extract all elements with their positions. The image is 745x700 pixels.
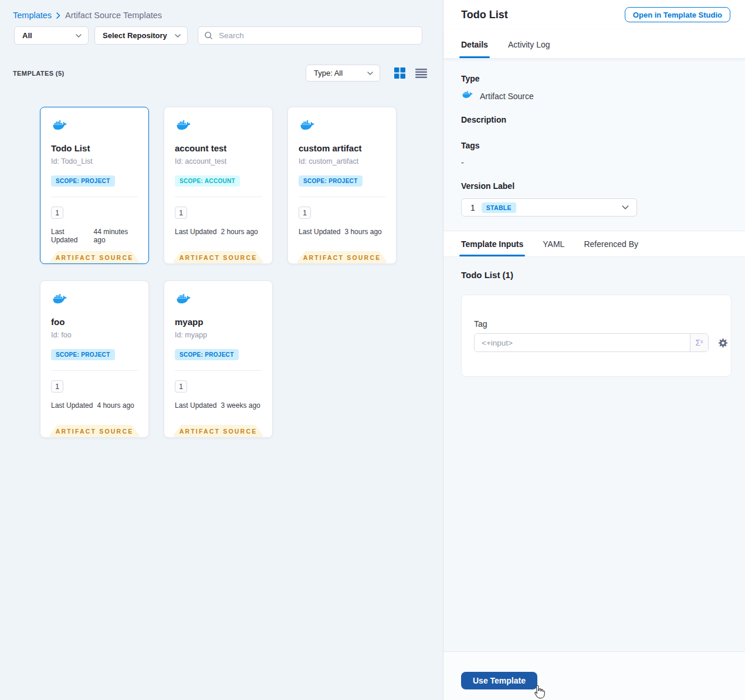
template-cards-grid: Todo List Id: Todo_List SCOPE: PROJECT 1… (40, 107, 399, 438)
card-title: Todo List (51, 143, 138, 153)
sigma-icon: Σ (696, 338, 701, 347)
details-section: Type Artifact Source Description Tags - … (443, 59, 745, 231)
template-card-todo-list[interactable]: Todo List Id: Todo_List SCOPE: PROJECT 1… (40, 107, 149, 264)
card-title: myapp (175, 317, 262, 327)
artifact-source-ribbon: ARTIFACT SOURCE (172, 251, 265, 263)
last-updated: Last Updated2 hours ago (175, 228, 262, 236)
tab-referenced-by[interactable]: Referenced By (584, 239, 638, 256)
template-details-panel: Todo List Open in Template Studio Detail… (443, 0, 745, 700)
docker-icon (461, 91, 474, 101)
tab-yaml[interactable]: YAML (543, 239, 564, 256)
template-card-account-test[interactable]: account test Id: account_test SCOPE: ACC… (164, 107, 273, 264)
scope-badge: SCOPE: PROJECT (51, 349, 115, 360)
type-label: Type (461, 74, 727, 83)
version-count-box: 1 (51, 207, 63, 219)
version-label: Version Label (461, 181, 727, 191)
card-id: Id: Todo_List (51, 157, 138, 165)
docker-icon (51, 294, 69, 307)
panel-title: Todo List (461, 9, 508, 21)
breadcrumb-templates-link[interactable]: Templates (13, 11, 52, 20)
template-card-custom-artifact[interactable]: custom artifact Id: custom_artifact SCOP… (287, 107, 397, 264)
artifact-source-ribbon: ARTIFACT SOURCE (48, 425, 141, 437)
stable-badge: STABLE (482, 202, 516, 213)
docker-icon (175, 120, 192, 134)
type-filter-select[interactable]: Type: All (306, 65, 380, 82)
card-id: Id: account_test (175, 157, 262, 165)
chevron-down-icon (175, 34, 181, 38)
grid-view-button[interactable] (393, 66, 407, 80)
card-divider (175, 370, 262, 371)
breadcrumb: Templates Artifact Source Templates (0, 0, 443, 20)
description-label: Description (461, 115, 727, 124)
last-updated: Last Updated3 hours ago (299, 228, 385, 236)
inputs-heading: Todo List (1) (461, 270, 731, 280)
last-updated: Last Updated4 hours ago (51, 401, 138, 410)
card-title: custom artifact (299, 143, 385, 153)
docker-icon (299, 120, 316, 134)
scope-badge: SCOPE: PROJECT (299, 175, 363, 187)
inner-tabs: Template Inputs YAML Referenced By (443, 231, 745, 257)
list-view-icon (415, 69, 427, 78)
repository-filter-select[interactable]: Select Repository (94, 26, 188, 45)
open-in-template-studio-button[interactable]: Open in Template Studio (625, 7, 730, 22)
version-value: 1 (470, 203, 475, 212)
type-filter-value: Type: All (314, 69, 343, 77)
panel-header: Todo List Open in Template Studio (443, 0, 745, 29)
last-updated: Last Updated3 weeks ago (175, 401, 262, 410)
tab-template-inputs[interactable]: Template Inputs (461, 239, 523, 256)
version-count-box: 1 (175, 380, 187, 393)
type-value: Artifact Source (480, 92, 534, 101)
card-divider (175, 197, 262, 197)
card-id: Id: custom_artifact (299, 157, 385, 165)
card-divider (299, 197, 385, 197)
tags-label: Tags (461, 141, 727, 150)
gear-icon (717, 337, 729, 349)
list-view-button[interactable] (414, 67, 428, 79)
tag-input[interactable] (475, 334, 690, 351)
scope-filter-value: All (22, 31, 32, 40)
expression-toggle-button[interactable]: Σx (690, 334, 708, 351)
type-value-row: Artifact Source (461, 91, 727, 101)
scope-badge: SCOPE: PROJECT (175, 349, 239, 360)
template-card-myapp[interactable]: myapp Id: myapp SCOPE: PROJECT 1 Last Up… (164, 280, 273, 438)
card-title: account test (175, 143, 262, 153)
tags-value: - (461, 158, 727, 167)
version-select[interactable]: 1 STABLE (461, 198, 637, 217)
docker-icon (51, 120, 69, 134)
card-divider (51, 370, 138, 371)
use-template-button[interactable]: Use Template (461, 672, 537, 689)
filters-row: All Select Repository (14, 26, 443, 45)
artifact-source-ribbon: ARTIFACT SOURCE (172, 425, 265, 437)
view-toggle (393, 66, 428, 80)
docker-icon (175, 294, 192, 307)
templates-count-label: TEMPLATES (5) (13, 70, 65, 77)
scope-badge: SCOPE: PROJECT (51, 175, 115, 187)
chevron-down-icon (622, 205, 629, 209)
card-title: foo (51, 317, 138, 327)
grid-view-icon (394, 67, 405, 79)
card-id: Id: foo (51, 331, 138, 339)
breadcrumb-current: Artifact Source Templates (65, 11, 162, 20)
search-input[interactable] (218, 31, 416, 40)
artifact-source-ribbon: ARTIFACT SOURCE (48, 251, 141, 263)
tag-label: Tag (474, 319, 731, 329)
version-count-box: 1 (51, 380, 63, 393)
repository-filter-value: Select Repository (103, 31, 167, 40)
tab-details[interactable]: Details (461, 40, 488, 58)
templates-list-panel: Templates Artifact Source Templates All … (0, 0, 443, 700)
inputs-card: Tag Σx (461, 295, 732, 377)
search-box (198, 26, 422, 45)
template-card-foo[interactable]: foo Id: foo SCOPE: PROJECT 1 Last Update… (40, 280, 149, 438)
last-updated: Last Updated44 minutes ago (51, 228, 138, 244)
search-icon (204, 31, 213, 40)
scope-filter-select[interactable]: All (14, 26, 89, 45)
card-divider (51, 197, 138, 197)
version-count-box: 1 (175, 207, 187, 219)
template-inputs-section: Todo List (1) Tag Σx (443, 257, 745, 651)
tag-input-row: Σx (474, 333, 731, 352)
version-count-box: 1 (299, 207, 311, 219)
tag-input-wrapper: Σx (474, 333, 709, 352)
tag-settings-button[interactable] (717, 337, 729, 349)
panel-tabs: Details Activity Log (443, 29, 745, 59)
tab-activity-log[interactable]: Activity Log (508, 40, 550, 58)
